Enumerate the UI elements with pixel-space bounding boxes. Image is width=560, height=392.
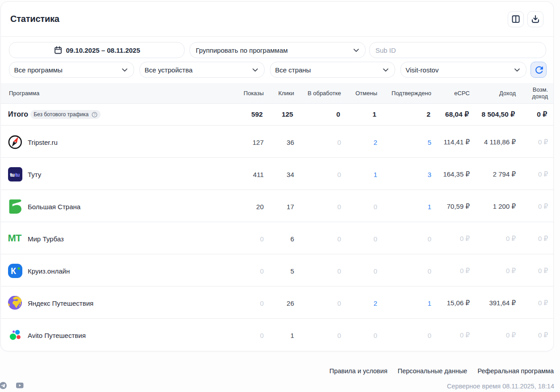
svg-text:К: К (11, 266, 16, 276)
svg-text:?: ? (93, 112, 96, 117)
svg-text:tu: tu (15, 172, 20, 177)
svg-text:tu: tu (10, 172, 14, 177)
svg-text:МТ: МТ (8, 232, 22, 244)
